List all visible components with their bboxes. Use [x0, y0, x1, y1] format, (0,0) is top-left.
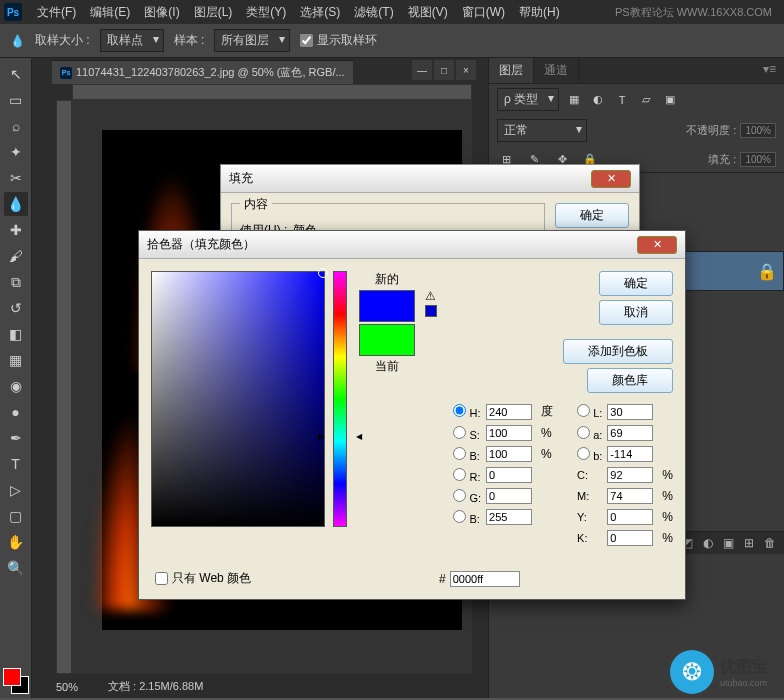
healing-brush-tool[interactable]: ✚: [4, 218, 28, 242]
input-b[interactable]: [486, 509, 532, 525]
filter-smart-icon[interactable]: ▣: [661, 91, 679, 109]
lasso-tool[interactable]: ⌕: [4, 114, 28, 138]
input-b2[interactable]: [607, 446, 653, 462]
color-swatches[interactable]: [3, 668, 29, 694]
picker-ok-button[interactable]: 确定: [599, 271, 673, 296]
menu-layer[interactable]: 图层(L): [187, 4, 240, 21]
ps-icon: Ps: [60, 67, 72, 79]
radio-s[interactable]: [453, 426, 466, 439]
input-a[interactable]: [607, 425, 653, 441]
current-color-swatch[interactable]: [359, 324, 415, 356]
delete-layer-icon[interactable]: 🗑: [764, 536, 776, 550]
fill-ok-button[interactable]: 确定: [555, 203, 629, 228]
type-tool[interactable]: T: [4, 452, 28, 476]
menu-type[interactable]: 类型(Y): [239, 4, 293, 21]
input-r[interactable]: [486, 467, 532, 483]
input-h[interactable]: [486, 404, 532, 420]
fill-opacity-value[interactable]: 100%: [740, 152, 776, 167]
tab-layers[interactable]: 图层: [489, 58, 534, 83]
hand-tool[interactable]: ✋: [4, 530, 28, 554]
sv-cursor[interactable]: [318, 268, 328, 278]
input-s[interactable]: [486, 425, 532, 441]
sample-dropdown[interactable]: 所有图层: [214, 29, 290, 52]
tab-channels[interactable]: 通道: [534, 58, 579, 83]
menu-select[interactable]: 选择(S): [293, 4, 347, 21]
crop-tool[interactable]: ✂: [4, 166, 28, 190]
document-tab[interactable]: Ps 11074431_122403780263_2.jpg @ 50% (蓝色…: [52, 60, 353, 84]
input-g[interactable]: [486, 488, 532, 504]
new-layer-icon[interactable]: ⊞: [744, 536, 754, 550]
filter-type-icon[interactable]: T: [613, 91, 631, 109]
ps-logo: Ps: [4, 3, 22, 21]
hue-slider[interactable]: [333, 271, 347, 527]
filter-shape-icon[interactable]: ▱: [637, 91, 655, 109]
doc-minimize-button[interactable]: —: [412, 60, 432, 80]
opacity-value[interactable]: 100%: [740, 123, 776, 138]
show-sampling-ring-label: 显示取样环: [317, 32, 377, 49]
menu-help[interactable]: 帮助(H): [512, 4, 567, 21]
show-sampling-ring-checkbox[interactable]: [300, 34, 313, 47]
move-tool[interactable]: ↖: [4, 62, 28, 86]
eraser-tool[interactable]: ◧: [4, 322, 28, 346]
saturation-value-field[interactable]: [151, 271, 325, 527]
input-k[interactable]: [607, 530, 653, 546]
magic-wand-tool[interactable]: ✦: [4, 140, 28, 164]
menu-view[interactable]: 视图(V): [401, 4, 455, 21]
picker-close-button[interactable]: ✕: [637, 236, 677, 254]
radio-l[interactable]: [577, 404, 590, 417]
radio-bv[interactable]: [453, 447, 466, 460]
fill-dialog-close-button[interactable]: ✕: [591, 170, 631, 188]
gamut-swatch[interactable]: [425, 305, 437, 317]
sample-size-dropdown[interactable]: 取样点: [100, 29, 164, 52]
clone-stamp-tool[interactable]: ⧉: [4, 270, 28, 294]
pen-tool[interactable]: ✒: [4, 426, 28, 450]
doc-close-button[interactable]: ×: [456, 60, 476, 80]
radio-b[interactable]: [453, 510, 466, 523]
menu-edit[interactable]: 编辑(E): [83, 4, 137, 21]
filter-adjust-icon[interactable]: ◐: [589, 91, 607, 109]
group-icon[interactable]: ▣: [723, 536, 734, 550]
radio-g[interactable]: [453, 489, 466, 502]
eyedropper-tool[interactable]: 💧: [4, 192, 28, 216]
web-only-checkbox[interactable]: [155, 572, 168, 585]
color-libraries-button[interactable]: 颜色库: [587, 368, 673, 393]
input-l[interactable]: [607, 404, 653, 420]
adjustment-layer-icon[interactable]: ◐: [703, 536, 713, 550]
input-c[interactable]: [607, 467, 653, 483]
gamut-warning-icon[interactable]: ⚠: [425, 289, 437, 303]
shape-tool[interactable]: ▢: [4, 504, 28, 528]
fill-dialog-title: 填充: [229, 170, 591, 187]
input-hex[interactable]: [450, 571, 520, 587]
filter-pixel-icon[interactable]: ▦: [565, 91, 583, 109]
blend-mode-dropdown[interactable]: 正常: [497, 119, 587, 142]
zoom-tool[interactable]: 🔍: [4, 556, 28, 580]
input-m[interactable]: [607, 488, 653, 504]
history-brush-tool[interactable]: ↺: [4, 296, 28, 320]
brush-tool[interactable]: 🖌: [4, 244, 28, 268]
input-bv[interactable]: [486, 446, 532, 462]
menu-image[interactable]: 图像(I): [137, 4, 186, 21]
add-to-swatches-button[interactable]: 添加到色板: [563, 339, 673, 364]
zoom-level[interactable]: 50%: [56, 681, 78, 693]
foreground-color[interactable]: [3, 668, 21, 686]
radio-r[interactable]: [453, 468, 466, 481]
eyedropper-tool-icon: 💧: [10, 34, 25, 48]
gradient-tool[interactable]: ▦: [4, 348, 28, 372]
menu-window[interactable]: 窗口(W): [455, 4, 512, 21]
marquee-tool[interactable]: ▭: [4, 88, 28, 112]
path-select-tool[interactable]: ▷: [4, 478, 28, 502]
blur-tool[interactable]: ◉: [4, 374, 28, 398]
radio-h[interactable]: [453, 404, 466, 417]
doc-maximize-button[interactable]: □: [434, 60, 454, 80]
menu-file[interactable]: 文件(F): [30, 4, 83, 21]
sample-label: 样本 :: [174, 32, 205, 49]
filter-kind-dropdown[interactable]: ρ 类型: [497, 88, 559, 111]
picker-cancel-button[interactable]: 取消: [599, 300, 673, 325]
dodge-tool[interactable]: ●: [4, 400, 28, 424]
input-y[interactable]: [607, 509, 653, 525]
menu-filter[interactable]: 滤镜(T): [347, 4, 400, 21]
radio-b2[interactable]: [577, 447, 590, 460]
radio-a[interactable]: [577, 426, 590, 439]
panel-menu-icon[interactable]: ▾≡: [755, 58, 784, 83]
hue-cursor[interactable]: [328, 432, 352, 436]
